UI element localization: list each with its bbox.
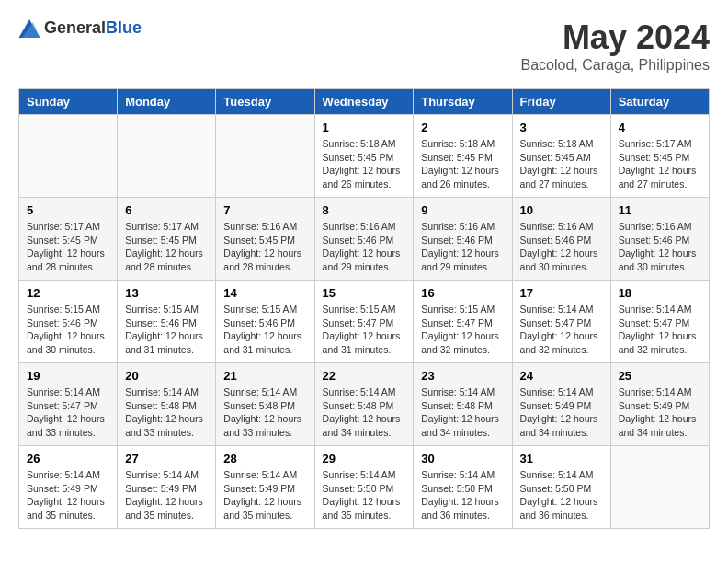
- calendar-week-1: 5Sunrise: 5:17 AM Sunset: 5:45 PM Daylig…: [19, 198, 710, 281]
- calendar-cell: 23Sunrise: 5:14 AM Sunset: 5:48 PM Dayli…: [414, 363, 512, 446]
- calendar-cell: 26Sunrise: 5:14 AM Sunset: 5:49 PM Dayli…: [19, 446, 118, 529]
- day-number: 29: [323, 452, 406, 465]
- day-info: Sunrise: 5:16 AM Sunset: 5:46 PM Dayligh…: [520, 220, 603, 274]
- day-info: Sunrise: 5:14 AM Sunset: 5:48 PM Dayligh…: [125, 385, 208, 440]
- calendar-cell: 18Sunrise: 5:14 AM Sunset: 5:47 PM Dayli…: [610, 281, 709, 363]
- day-number: 9: [421, 203, 504, 217]
- day-number: 30: [421, 452, 504, 465]
- title-block: May 2024 Bacolod, Caraga, Philippines: [521, 18, 710, 74]
- day-number: 14: [223, 286, 306, 300]
- logo-blue: Blue: [106, 18, 142, 37]
- day-number: 1: [323, 121, 406, 134]
- calendar-cell: 8Sunrise: 5:16 AM Sunset: 5:46 PM Daylig…: [314, 198, 414, 281]
- calendar-cell: 2Sunrise: 5:18 AM Sunset: 5:45 PM Daylig…: [414, 115, 512, 198]
- day-number: 3: [520, 121, 603, 134]
- calendar-cell: [19, 115, 118, 198]
- calendar-cell: 12Sunrise: 5:15 AM Sunset: 5:46 PM Dayli…: [19, 281, 118, 363]
- header-tuesday: Tuesday: [216, 89, 314, 115]
- month-title: May 2024: [521, 18, 710, 57]
- day-info: Sunrise: 5:17 AM Sunset: 5:45 PM Dayligh…: [125, 220, 208, 274]
- logo-icon: [18, 19, 40, 38]
- day-number: 8: [323, 203, 406, 217]
- day-number: 24: [520, 369, 603, 383]
- calendar-header-row: SundayMondayTuesdayWednesdayThursdayFrid…: [19, 89, 710, 115]
- calendar-cell: 19Sunrise: 5:14 AM Sunset: 5:47 PM Dayli…: [19, 363, 118, 446]
- day-number: 25: [619, 369, 701, 383]
- day-number: 16: [421, 286, 504, 300]
- calendar-cell: 29Sunrise: 5:14 AM Sunset: 5:50 PM Dayli…: [314, 446, 414, 529]
- day-number: 5: [27, 203, 109, 217]
- day-number: 21: [223, 369, 306, 383]
- day-number: 15: [323, 286, 406, 300]
- day-info: Sunrise: 5:14 AM Sunset: 5:50 PM Dayligh…: [520, 468, 603, 523]
- day-info: Sunrise: 5:16 AM Sunset: 5:45 PM Dayligh…: [223, 220, 306, 274]
- day-info: Sunrise: 5:14 AM Sunset: 5:50 PM Dayligh…: [323, 468, 406, 523]
- day-number: 12: [27, 286, 109, 300]
- day-number: 10: [520, 203, 603, 217]
- day-info: Sunrise: 5:14 AM Sunset: 5:49 PM Dayligh…: [27, 468, 109, 523]
- logo: GeneralBlue: [18, 18, 142, 38]
- calendar-cell: 22Sunrise: 5:14 AM Sunset: 5:48 PM Dayli…: [314, 363, 414, 446]
- day-info: Sunrise: 5:18 AM Sunset: 5:45 PM Dayligh…: [421, 137, 504, 191]
- day-number: 31: [520, 452, 603, 465]
- day-number: 17: [520, 286, 603, 300]
- day-info: Sunrise: 5:14 AM Sunset: 5:48 PM Dayligh…: [223, 385, 306, 440]
- calendar-cell: [216, 115, 314, 198]
- day-info: Sunrise: 5:18 AM Sunset: 5:45 PM Dayligh…: [323, 137, 406, 191]
- header-sunday: Sunday: [19, 89, 118, 115]
- day-info: Sunrise: 5:15 AM Sunset: 5:46 PM Dayligh…: [223, 303, 306, 357]
- calendar-cell: 9Sunrise: 5:16 AM Sunset: 5:46 PM Daylig…: [414, 198, 512, 281]
- calendar-table: SundayMondayTuesdayWednesdayThursdayFrid…: [18, 88, 710, 529]
- header-wednesday: Wednesday: [314, 89, 414, 115]
- day-info: Sunrise: 5:15 AM Sunset: 5:47 PM Dayligh…: [323, 303, 406, 357]
- day-info: Sunrise: 5:14 AM Sunset: 5:48 PM Dayligh…: [421, 385, 504, 440]
- calendar-cell: 31Sunrise: 5:14 AM Sunset: 5:50 PM Dayli…: [512, 446, 610, 529]
- day-info: Sunrise: 5:14 AM Sunset: 5:47 PM Dayligh…: [619, 303, 701, 357]
- day-number: 11: [619, 203, 701, 217]
- day-number: 20: [125, 369, 208, 383]
- day-info: Sunrise: 5:16 AM Sunset: 5:46 PM Dayligh…: [619, 220, 701, 274]
- day-number: 26: [27, 452, 109, 465]
- day-info: Sunrise: 5:16 AM Sunset: 5:46 PM Dayligh…: [421, 220, 504, 274]
- calendar-week-4: 26Sunrise: 5:14 AM Sunset: 5:49 PM Dayli…: [19, 446, 710, 529]
- day-info: Sunrise: 5:14 AM Sunset: 5:47 PM Dayligh…: [520, 303, 603, 357]
- header-thursday: Thursday: [414, 89, 512, 115]
- day-number: 23: [421, 369, 504, 383]
- calendar-cell: 3Sunrise: 5:18 AM Sunset: 5:45 AM Daylig…: [512, 115, 610, 198]
- calendar-cell: 28Sunrise: 5:14 AM Sunset: 5:49 PM Dayli…: [216, 446, 314, 529]
- day-number: 7: [223, 203, 306, 217]
- calendar-cell: 10Sunrise: 5:16 AM Sunset: 5:46 PM Dayli…: [512, 198, 610, 281]
- day-number: 27: [125, 452, 208, 465]
- day-number: 28: [223, 452, 306, 465]
- calendar-cell: 4Sunrise: 5:17 AM Sunset: 5:45 PM Daylig…: [610, 115, 709, 198]
- day-info: Sunrise: 5:14 AM Sunset: 5:49 PM Dayligh…: [223, 468, 306, 523]
- day-info: Sunrise: 5:14 AM Sunset: 5:49 PM Dayligh…: [125, 468, 208, 523]
- day-info: Sunrise: 5:17 AM Sunset: 5:45 PM Dayligh…: [619, 137, 701, 191]
- calendar-cell: [610, 446, 709, 529]
- calendar-cell: 7Sunrise: 5:16 AM Sunset: 5:45 PM Daylig…: [216, 198, 314, 281]
- calendar-cell: 13Sunrise: 5:15 AM Sunset: 5:46 PM Dayli…: [118, 281, 216, 363]
- calendar-cell: 20Sunrise: 5:14 AM Sunset: 5:48 PM Dayli…: [118, 363, 216, 446]
- calendar-cell: [118, 115, 216, 198]
- day-info: Sunrise: 5:18 AM Sunset: 5:45 AM Dayligh…: [520, 137, 603, 191]
- header-friday: Friday: [512, 89, 610, 115]
- calendar-cell: 6Sunrise: 5:17 AM Sunset: 5:45 PM Daylig…: [118, 198, 216, 281]
- page-header: GeneralBlue May 2024 Bacolod, Caraga, Ph…: [18, 18, 710, 74]
- calendar-body: 1Sunrise: 5:18 AM Sunset: 5:45 PM Daylig…: [19, 115, 710, 529]
- calendar-cell: 1Sunrise: 5:18 AM Sunset: 5:45 PM Daylig…: [314, 115, 414, 198]
- day-number: 19: [27, 369, 109, 383]
- calendar-week-0: 1Sunrise: 5:18 AM Sunset: 5:45 PM Daylig…: [19, 115, 710, 198]
- day-number: 2: [421, 121, 504, 134]
- header-monday: Monday: [118, 89, 216, 115]
- day-info: Sunrise: 5:14 AM Sunset: 5:50 PM Dayligh…: [421, 468, 504, 523]
- day-info: Sunrise: 5:14 AM Sunset: 5:47 PM Dayligh…: [27, 385, 109, 440]
- calendar-cell: 14Sunrise: 5:15 AM Sunset: 5:46 PM Dayli…: [216, 281, 314, 363]
- calendar-cell: 16Sunrise: 5:15 AM Sunset: 5:47 PM Dayli…: [414, 281, 512, 363]
- day-info: Sunrise: 5:17 AM Sunset: 5:45 PM Dayligh…: [27, 220, 109, 274]
- day-info: Sunrise: 5:14 AM Sunset: 5:49 PM Dayligh…: [619, 385, 701, 440]
- day-number: 22: [323, 369, 406, 383]
- header-saturday: Saturday: [610, 89, 709, 115]
- calendar-cell: 24Sunrise: 5:14 AM Sunset: 5:49 PM Dayli…: [512, 363, 610, 446]
- day-info: Sunrise: 5:15 AM Sunset: 5:47 PM Dayligh…: [421, 303, 504, 357]
- calendar-cell: 30Sunrise: 5:14 AM Sunset: 5:50 PM Dayli…: [414, 446, 512, 529]
